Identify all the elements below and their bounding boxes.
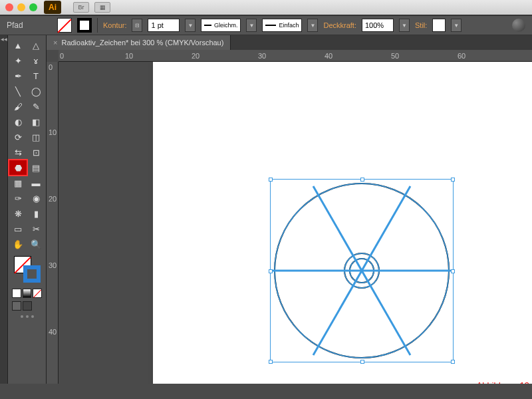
line-tool[interactable]: ╲ (9, 84, 27, 98)
color-mode-none[interactable] (33, 289, 42, 298)
stroke-cap-select[interactable]: Gleichm. (201, 19, 241, 32)
style-label: Stil: (415, 21, 427, 29)
selection-handle-s[interactable] (360, 360, 364, 364)
opacity-label: Deckkraft: (323, 21, 356, 29)
stroke-indicator[interactable] (23, 265, 41, 283)
symbol-sprayer-tool[interactable]: ❋ (9, 206, 27, 221)
fill-stroke-indicator[interactable] (14, 256, 41, 283)
selection-type-label: Pfad (7, 21, 47, 30)
style-dropdown[interactable]: ▼ (451, 19, 462, 32)
document-tab-bar: × Radioaktiv_Zeichen* bei 300 % (CMYK/Vo… (47, 35, 532, 50)
screen-mode-full[interactable] (23, 301, 32, 311)
selection-handle-se[interactable] (451, 360, 455, 364)
selection-handle-sw[interactable] (269, 360, 273, 364)
stroke-weight-input[interactable] (148, 19, 180, 32)
pencil-tool[interactable]: ✎ (27, 99, 45, 114)
stroke-label: Kontur: (103, 21, 126, 29)
selection-handle-ne[interactable] (451, 178, 455, 182)
toolbox: ▲△ ✦ɤ ✒T ╲◯ 🖌✎ ◐◧ ⟳◫ ⇆⊡ ⬣▤ ▦▬ ✑◉ ❋▮ ▭✂ ✋… (8, 35, 47, 384)
window-titlebar: Ai Br ▦ (0, 0, 532, 15)
arrange-button[interactable]: ▦ (94, 2, 110, 13)
stroke-profile-select[interactable]: Einfach (262, 19, 302, 32)
paintbrush-tool[interactable]: 🖌 (9, 99, 27, 114)
stroke-profile-dropdown[interactable]: ▼ (307, 19, 318, 32)
canvas[interactable]: Abbildung: 19 (59, 62, 532, 384)
opacity-dropdown[interactable]: ▼ (399, 19, 410, 32)
magic-wand-tool[interactable]: ✦ (9, 53, 27, 68)
tab-title: Radioaktiv_Zeichen* bei 300 % (CMYK/Vors… (61, 39, 223, 47)
minimize-window-button[interactable] (17, 3, 25, 11)
selection-bounding-box[interactable] (270, 179, 454, 362)
bridge-button[interactable]: Br (73, 2, 89, 13)
figure-label: Abbildung: 19 (476, 380, 529, 384)
blob-brush-tool[interactable]: ◐ (9, 114, 27, 129)
pen-tool[interactable]: ✒ (9, 68, 27, 83)
type-tool[interactable]: T (27, 68, 45, 83)
free-transform-tool[interactable]: ⊡ (27, 145, 45, 160)
style-swatch[interactable] (432, 19, 446, 32)
selection-handle-e[interactable] (451, 269, 455, 273)
eyedropper-tool[interactable]: ✑ (9, 191, 27, 205)
app-icon: Ai (44, 1, 61, 14)
selection-tool[interactable]: ▲ (9, 38, 27, 53)
ruler-horizontal[interactable]: 0 10 20 30 40 50 60 (59, 50, 532, 62)
gradient-tool[interactable]: ▬ (27, 176, 45, 190)
screen-mode-normal[interactable] (12, 301, 21, 311)
direct-selection-tool[interactable]: △ (27, 38, 45, 53)
document-tab[interactable]: × Radioaktiv_Zeichen* bei 300 % (CMYK/Vo… (47, 35, 231, 50)
selection-handle-w[interactable] (269, 269, 273, 273)
rotate-tool[interactable]: ⟳ (9, 130, 27, 144)
close-window-button[interactable] (5, 3, 13, 11)
selection-handle-n[interactable] (360, 178, 364, 182)
width-tool[interactable]: ⇆ (9, 145, 27, 160)
shape-builder-tool[interactable]: ⬣ (9, 160, 27, 175)
artboard[interactable]: Abbildung: 19 (153, 62, 532, 384)
stroke-swatch[interactable] (77, 18, 92, 33)
graph-tool[interactable]: ▮ (27, 206, 45, 221)
blend-tool[interactable]: ◉ (27, 191, 45, 205)
mesh-tool[interactable]: ▦ (9, 176, 27, 190)
hand-tool[interactable]: ✋ (9, 237, 27, 251)
color-mode-solid[interactable] (12, 289, 21, 298)
tab-close-icon[interactable]: × (53, 39, 57, 47)
ellipse-tool[interactable]: ◯ (27, 84, 45, 98)
recolor-button[interactable] (512, 19, 525, 32)
fill-swatch[interactable] (57, 18, 72, 33)
slice-tool[interactable]: ✂ (27, 221, 45, 236)
lasso-tool[interactable]: ɤ (27, 53, 45, 68)
panel-gutter[interactable] (0, 35, 8, 384)
stroke-weight-down[interactable]: ⊟ (132, 19, 142, 32)
zoom-tool[interactable]: 🔍 (27, 237, 45, 251)
ruler-vertical[interactable]: 0 10 20 30 40 (47, 62, 59, 384)
color-mode-gradient[interactable] (23, 289, 32, 298)
stroke-weight-dropdown[interactable]: ▼ (185, 19, 196, 32)
perspective-tool[interactable]: ▤ (27, 160, 45, 175)
opacity-input[interactable] (362, 19, 394, 32)
document-area: × Radioaktiv_Zeichen* bei 300 % (CMYK/Vo… (47, 35, 532, 384)
control-bar: Pfad Kontur: ⊟ ▼ Gleichm. ▼ Einfach ▼ De… (0, 15, 532, 35)
zoom-window-button[interactable] (29, 3, 37, 11)
scale-tool[interactable]: ◫ (27, 130, 45, 144)
artboard-tool[interactable]: ▭ (9, 221, 27, 236)
eraser-tool[interactable]: ◧ (27, 114, 45, 129)
selection-handle-nw[interactable] (269, 178, 273, 182)
stroke-cap-dropdown[interactable]: ▼ (246, 19, 257, 32)
